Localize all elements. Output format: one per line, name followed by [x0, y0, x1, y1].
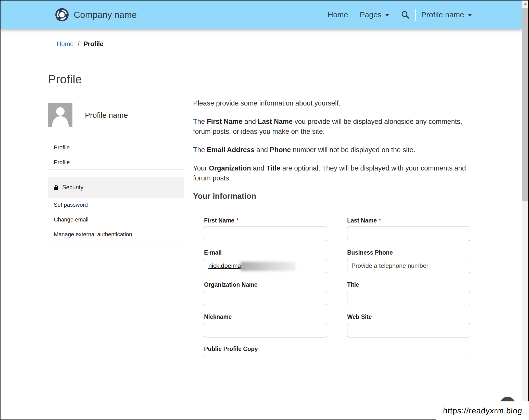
- nickname-field: Nickname: [204, 313, 327, 337]
- email-input[interactable]: nick.doelman: [204, 259, 327, 273]
- nav-profile-dropdown[interactable]: Profile name: [421, 10, 472, 19]
- email-field: E-mail nick.doelman: [204, 249, 327, 273]
- sidebar-item-profile[interactable]: Profile: [48, 155, 184, 169]
- organization-label: Organization Name: [204, 281, 327, 288]
- public-profile-label: Public Profile Copy: [204, 346, 470, 352]
- breadcrumb-separator: /: [78, 40, 80, 48]
- security-section-label: Security: [62, 184, 83, 191]
- nav-divider: [395, 9, 395, 21]
- sidebar-item-profile[interactable]: Profile: [48, 140, 184, 155]
- required-marker: *: [236, 217, 239, 224]
- security-section-header: Security: [48, 177, 184, 198]
- intro-paragraph: Your Organization and Title are optional…: [193, 163, 480, 183]
- intro-paragraph: The First Name and Last Name you provide…: [193, 117, 480, 136]
- caret-down-icon: [385, 14, 389, 17]
- nav-divider: [415, 9, 416, 21]
- business-phone-input[interactable]: [347, 259, 470, 273]
- your-information-heading: Your information: [193, 192, 480, 205]
- nickname-label: Nickname: [204, 313, 327, 320]
- search-button[interactable]: [401, 10, 410, 19]
- navbar-menu: Home Pages Profile name: [328, 9, 472, 21]
- website-field: Web Site: [347, 313, 470, 337]
- public-profile-textarea[interactable]: [204, 355, 470, 420]
- title-label: Title: [347, 281, 470, 288]
- page-title: Profile: [48, 72, 82, 86]
- email-label: E-mail: [204, 249, 327, 256]
- sidebar-item-manage-external-auth[interactable]: Manage external authentication: [48, 227, 184, 242]
- top-navbar: Company name Home Pages: [1, 1, 522, 29]
- company-logo-icon: [55, 8, 69, 22]
- sidebar-item-change-email[interactable]: Change email: [48, 212, 184, 227]
- watermark-overlay: https://readyxrm.blog: [436, 401, 529, 420]
- brand-name: Company name: [74, 10, 137, 20]
- breadcrumb: Home / Profile: [57, 40, 103, 48]
- email-value: nick.doelman: [208, 262, 244, 269]
- watermark-text: https://readyxrm.blog: [443, 406, 522, 415]
- required-marker: *: [379, 217, 381, 224]
- breadcrumb-current: Profile: [84, 40, 104, 48]
- last-name-label: Last Name*: [347, 217, 470, 224]
- search-icon: [401, 10, 410, 19]
- brand-link[interactable]: Company name: [55, 8, 137, 22]
- vertical-scrollbar: [522, 1, 528, 419]
- profile-form-panel: First Name* Last Name* E-mail nick.doelm…: [193, 212, 480, 420]
- lock-icon: [53, 185, 59, 190]
- business-phone-field: Business Phone: [347, 249, 470, 273]
- nav-divider: [354, 9, 354, 21]
- first-name-label: First Name*: [204, 217, 327, 224]
- first-name-field: First Name*: [204, 217, 327, 241]
- nav-home-link[interactable]: Home: [328, 10, 348, 19]
- first-name-input[interactable]: [204, 227, 327, 241]
- nav-pages-dropdown[interactable]: Pages: [360, 10, 389, 19]
- business-phone-label: Business Phone: [347, 249, 470, 256]
- website-label: Web Site: [347, 313, 470, 320]
- website-input[interactable]: [347, 323, 470, 337]
- profile-main-content: Please provide some information about yo…: [193, 98, 480, 420]
- redaction-blur: [241, 262, 295, 271]
- scrollbar-thumb[interactable]: [522, 8, 528, 201]
- window-border: [0, 0, 529, 1]
- profile-nav-list: Profile Profile: [48, 140, 184, 170]
- sidebar-item-set-password[interactable]: Set password: [48, 198, 184, 212]
- intro-paragraph: The Email Address and Phone number will …: [193, 145, 480, 155]
- organization-input[interactable]: [204, 291, 327, 305]
- sidebar-profile-name: Profile name: [85, 111, 128, 120]
- caret-down-icon: [468, 14, 472, 17]
- nickname-input[interactable]: [204, 323, 327, 337]
- intro-paragraph: Please provide some information about yo…: [193, 98, 480, 108]
- profile-sidebar: Profile name Profile Profile Security Se…: [48, 103, 184, 242]
- window-border: [0, 0, 1, 420]
- title-field: Title: [347, 281, 470, 305]
- organization-field: Organization Name: [204, 281, 327, 305]
- title-input[interactable]: [347, 291, 470, 305]
- profile-header: Profile name: [48, 103, 184, 127]
- security-nav-panel: Security Set password Change email Manag…: [48, 177, 184, 242]
- last-name-input[interactable]: [347, 227, 470, 241]
- browser-page: Company name Home Pages: [0, 0, 529, 420]
- last-name-field: Last Name*: [347, 217, 470, 241]
- scrollbar-up-arrow-icon[interactable]: [523, 3, 527, 5]
- breadcrumb-home-link[interactable]: Home: [57, 40, 74, 48]
- public-profile-field: Public Profile Copy: [204, 346, 470, 420]
- avatar: [48, 103, 73, 127]
